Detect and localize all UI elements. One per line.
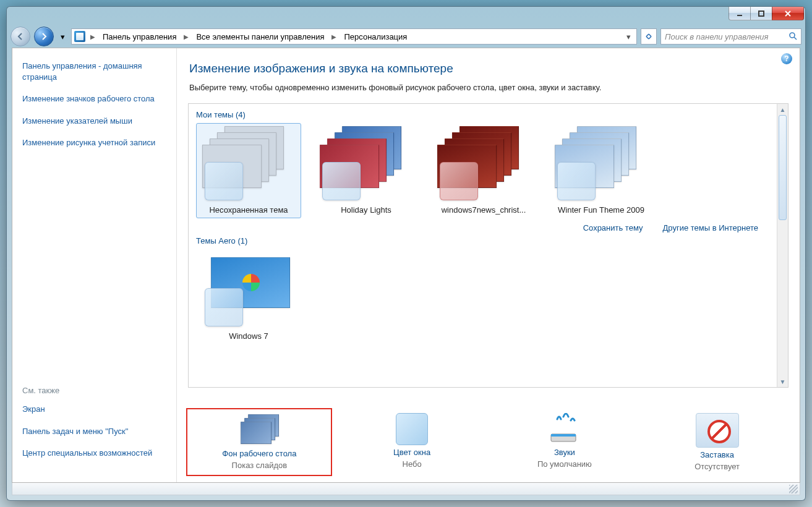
see-also-heading: См. также	[22, 386, 166, 395]
sidebar-link-desktop-icons[interactable]: Изменение значков рабочего стола	[22, 93, 166, 104]
sidebar-home-link[interactable]: Панель управления - домашняя страница	[22, 61, 166, 82]
minimize-button[interactable]	[729, 7, 751, 20]
page-title: Изменение изображения и звука на компьют…	[189, 62, 787, 75]
back-button[interactable]	[11, 27, 30, 46]
settings-row: Фон рабочего стола Показ слайдов Цвет ок…	[177, 406, 800, 482]
svg-rect-5	[551, 434, 576, 437]
sidebar-link-mouse-pointers[interactable]: Изменение указателей мыши	[22, 116, 166, 127]
nav-history-dropdown[interactable]: ▾	[58, 30, 67, 43]
setting-value: Показ слайдов	[232, 461, 288, 470]
status-bar	[12, 483, 800, 495]
setting-sounds[interactable]: Звуки По умолчанию	[497, 413, 633, 471]
maximize-button[interactable]	[750, 7, 772, 20]
close-button[interactable]	[772, 7, 804, 20]
svg-point-2	[790, 33, 795, 38]
theme-windows7[interactable]: Windows 7	[196, 249, 301, 344]
scroll-up-icon[interactable]: ▲	[777, 104, 788, 115]
save-theme-link[interactable]: Сохранить тему	[583, 223, 643, 232]
refresh-button[interactable]	[641, 28, 657, 45]
breadcrumb-item[interactable]: Персонализация	[341, 31, 409, 43]
setting-value: Небо	[403, 459, 422, 469]
help-icon[interactable]: ?	[781, 53, 792, 64]
search-placeholder: Поиск в панели управления	[665, 32, 769, 41]
see-also-taskbar[interactable]: Панель задач и меню "Пуск"	[22, 426, 166, 437]
scroll-thumb[interactable]	[779, 115, 787, 220]
titlebar	[7, 7, 805, 25]
desktop-background-icon	[239, 414, 279, 446]
sidebar: Панель управления - домашняя страница Из…	[12, 48, 177, 482]
setting-value: Отсутствует	[694, 462, 740, 471]
search-icon	[788, 32, 797, 42]
window-color-icon	[396, 413, 428, 445]
themes-list: Мои темы (4) Несохраненная тема Holiday …	[188, 103, 788, 388]
setting-window-color[interactable]: Цвет окна Небо	[344, 413, 480, 471]
control-panel-icon	[74, 31, 85, 42]
theme-unsaved[interactable]: Несохраненная тема	[196, 123, 301, 218]
breadcrumb-item[interactable]: Панель управления	[100, 31, 179, 43]
theme-label: windows7news_christ...	[442, 205, 526, 215]
theme-label: Несохраненная тема	[209, 205, 288, 215]
personalization-window: ▾ ▶ Панель управления ▶ Все элементы пан…	[6, 6, 806, 501]
search-input[interactable]: Поиск в панели управления	[660, 28, 801, 45]
page-subtitle: Выберите тему, чтобы одновременно измени…	[189, 83, 787, 92]
screensaver-icon	[696, 413, 739, 448]
address-dropdown-icon[interactable]: ▾	[623, 32, 634, 41]
setting-desktop-background[interactable]: Фон рабочего стола Показ слайдов	[191, 413, 327, 471]
theme-label: Windows 7	[229, 331, 268, 341]
group-my-themes: Мои темы (4)	[196, 110, 776, 119]
theme-winter-fun-2009[interactable]: Winter Fun Theme 2009	[549, 123, 654, 218]
setting-link: Заставка	[700, 450, 734, 459]
setting-screensaver[interactable]: Заставка Отсутствует	[649, 413, 785, 471]
sounds-icon	[545, 413, 584, 445]
main-panel: ? Изменение изображения и звука на компь…	[177, 48, 800, 482]
see-also-display[interactable]: Экран	[22, 404, 166, 415]
setting-link: Звуки	[554, 448, 575, 457]
breadcrumb-item[interactable]: Все элементы панели управления	[194, 31, 327, 43]
resize-grip-icon[interactable]	[789, 485, 798, 493]
content-area: Панель управления - домашняя страница Из…	[12, 48, 800, 483]
svg-rect-0	[737, 15, 742, 16]
svg-line-3	[794, 37, 797, 40]
theme-label: Winter Fun Theme 2009	[558, 205, 644, 215]
see-also-ease-of-access[interactable]: Центр специальных возможностей	[22, 448, 166, 459]
group-aero-themes: Темы Aero (1)	[196, 236, 776, 245]
setting-link: Цвет окна	[393, 448, 430, 457]
window-buttons	[729, 7, 804, 20]
chevron-right-icon: ▶	[329, 33, 339, 40]
setting-link: Фон рабочего стола	[222, 449, 296, 458]
svg-rect-1	[759, 11, 764, 16]
chevron-right-icon: ▶	[88, 33, 98, 40]
scrollbar[interactable]: ▲ ▼	[777, 104, 788, 387]
theme-holiday-lights[interactable]: Holiday Lights	[314, 123, 419, 218]
navigation-bar: ▾ ▶ Панель управления ▶ Все элементы пан…	[7, 25, 805, 48]
scroll-down-icon[interactable]: ▼	[777, 376, 788, 387]
address-bar[interactable]: ▶ Панель управления ▶ Все элементы панел…	[71, 28, 637, 45]
theme-label: Holiday Lights	[341, 205, 391, 215]
forward-button[interactable]	[34, 27, 54, 46]
more-themes-online-link[interactable]: Другие темы в Интернете	[663, 223, 759, 232]
chevron-right-icon: ▶	[181, 33, 191, 40]
sidebar-link-account-picture[interactable]: Изменение рисунка учетной записи	[22, 137, 166, 148]
theme-windows7news-christmas[interactable]: windows7news_christ...	[431, 123, 536, 218]
setting-value: По умолчанию	[537, 459, 592, 469]
